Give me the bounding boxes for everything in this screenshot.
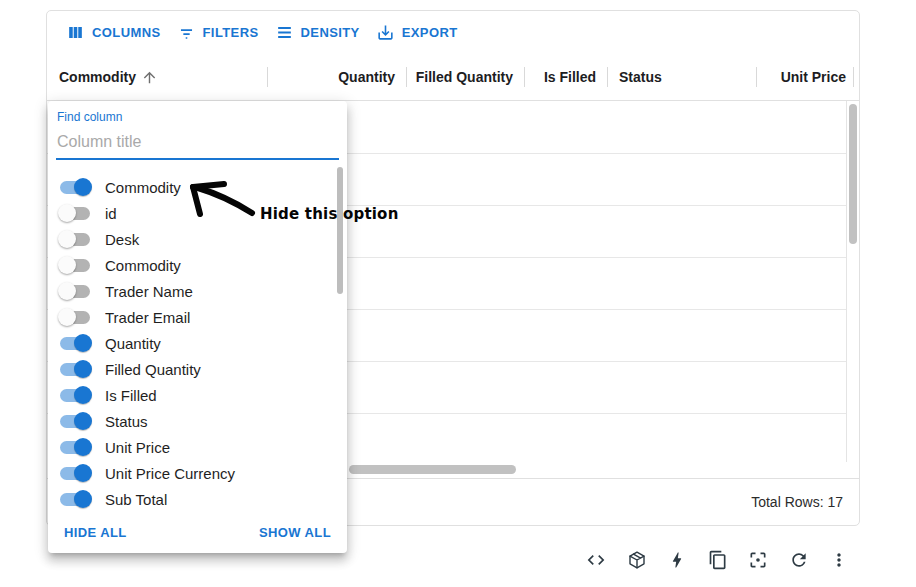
columns-panel-footer: HIDE ALL SHOW ALL [48,511,347,553]
filters-button[interactable]: FILTERS [169,19,267,46]
column-separator [853,67,854,87]
switch-thumb [58,282,76,300]
copy-button[interactable] [706,548,730,572]
density-button-label: DENSITY [301,25,360,40]
column-toggle-item: Trader Email [58,304,347,330]
column-visibility-switch[interactable] [58,385,92,405]
column-separator [267,67,268,87]
column-toggle-label: Commodity [105,257,181,274]
refresh-icon [789,550,809,570]
export-button-label: EXPORT [402,25,458,40]
column-visibility-switch[interactable] [58,333,92,353]
column-header-label: Unit Price [781,69,846,85]
column-visibility-switch[interactable] [58,489,92,509]
column-separator [607,67,608,87]
column-header-filled-quantity[interactable]: Filled Quantity [407,53,525,101]
vertical-scrollbar[interactable] [849,104,857,244]
column-header-status[interactable]: Status [608,53,757,101]
columns-button[interactable]: COLUMNS [58,19,169,46]
show-code-button[interactable] [584,548,608,572]
column-visibility-switch[interactable] [58,437,92,457]
column-header-label: Commodity [59,69,136,85]
column-toggle-label: Desk [105,231,139,248]
view-columns-icon [66,23,85,42]
grid-toolbar: COLUMNS FILTERS DENSITY EXPORT [47,11,859,53]
more-options-button[interactable] [827,548,851,572]
column-visibility-switch[interactable] [58,203,92,223]
filters-button-label: FILTERS [203,25,259,40]
column-toggle-label: Commodity [105,179,181,196]
column-separator [756,67,757,87]
column-header-label: Status [619,69,662,85]
lightning-icon [667,550,687,570]
density-icon [275,23,294,42]
column-visibility-switch[interactable] [58,307,92,327]
sandbox-cube-icon [627,550,647,570]
column-visibility-switch[interactable] [58,463,92,483]
switch-thumb [58,230,76,248]
column-toggle-label: Status [105,413,148,430]
column-header-is-filled[interactable]: Is Filled [525,53,608,101]
columns-button-label: COLUMNS [92,25,161,40]
column-search-input[interactable] [56,131,339,160]
column-header-unit-price[interactable]: Unit Price [757,53,854,101]
column-visibility-switch[interactable] [58,359,92,379]
export-button[interactable]: EXPORT [368,19,466,46]
column-toggle-label: Filled Quantity [105,361,201,378]
copy-icon [708,550,728,570]
center-focus-icon [748,550,768,570]
demo-toolbar [584,548,851,572]
column-header-label: Is Filled [544,69,596,85]
switch-thumb [58,256,76,274]
sort-ascending-icon [141,69,158,86]
rows-right-border [846,101,847,462]
column-toggle-item: Commodity [58,252,347,278]
reset-demo-button[interactable] [787,548,811,572]
column-toggle-label: Trader Name [105,283,193,300]
column-toggle-label: Unit Price Currency [105,465,235,482]
column-visibility-switch[interactable] [58,411,92,431]
column-header-label: Quantity [338,69,395,85]
code-icon [586,550,606,570]
column-visibility-switch[interactable] [58,177,92,197]
column-toggle-item: Commodity [58,174,347,200]
column-visibility-switch[interactable] [58,255,92,275]
focus-isolate-button[interactable] [746,548,770,572]
stackblitz-button[interactable] [665,548,689,572]
column-search: Find column [48,101,347,160]
switch-thumb [74,334,92,352]
column-toggle-label: Sub Total [105,491,167,508]
column-header-commodity[interactable]: Commodity [47,53,268,101]
column-toggle-item: Unit Price Currency [58,460,347,486]
column-toggle-item: Quantity [58,330,347,356]
switch-thumb [74,412,92,430]
column-toggle-item: Is Filled [58,382,347,408]
column-toggle-label: Trader Email [105,309,190,326]
filter-list-icon [177,23,196,42]
column-header-label: Filled Quantity [416,69,513,85]
density-button[interactable]: DENSITY [267,19,368,46]
panel-scrollbar[interactable] [337,167,343,294]
column-visibility-switch[interactable] [58,229,92,249]
annotation-text: Hide this option [260,205,399,223]
show-all-button[interactable]: SHOW ALL [253,519,337,546]
switch-thumb [74,386,92,404]
column-visibility-switch[interactable] [58,281,92,301]
download-icon [376,23,395,42]
column-header-quantity[interactable]: Quantity [268,53,407,101]
columns-panel: Find column Commodity id Desk Commodity [48,101,347,553]
column-header-row: Commodity Quantity Filled Quantity Is Fi… [47,53,859,101]
column-toggle-label: Unit Price [105,439,170,456]
column-toggle-label: id [105,205,117,222]
find-column-label: Find column [57,110,339,124]
hide-all-button[interactable]: HIDE ALL [58,519,133,546]
horizontal-scrollbar[interactable] [349,465,516,474]
column-toggle-item: Unit Price [58,434,347,460]
codesandbox-button[interactable] [625,548,649,572]
column-toggle-item: Sub Total [58,486,347,511]
column-toggle-item: Filled Quantity [58,356,347,382]
column-toggle-item: Trader Name [58,278,347,304]
column-separator [406,67,407,87]
column-separator [524,67,525,87]
page: COLUMNS FILTERS DENSITY EXPORT Commodity [0,0,916,587]
